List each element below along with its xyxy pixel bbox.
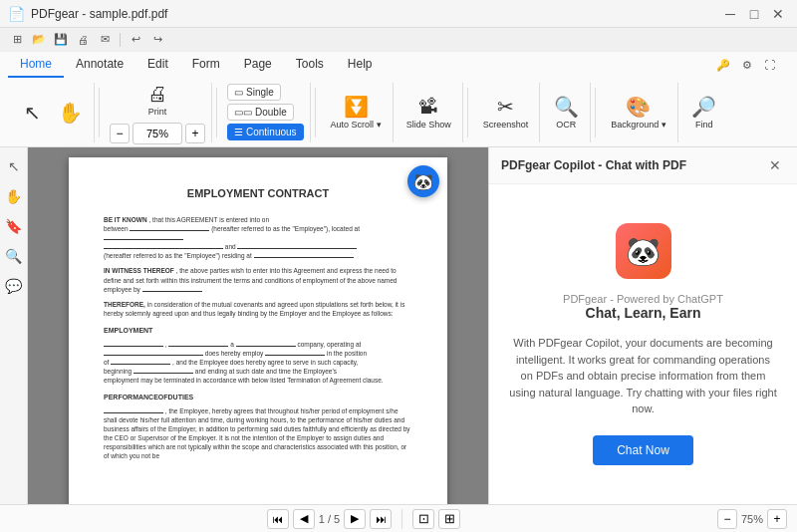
ocr-button[interactable]: 🔍 OCR [548,92,584,133]
hand-tool-button[interactable]: ✋ [52,98,88,128]
print-icon: 🖨 [147,83,167,106]
background-button[interactable]: 🎨 Background ▾ [606,92,671,133]
next-page-button[interactable]: ▶ [344,509,366,529]
zoom-out-button[interactable]: − [717,509,737,529]
single-label: Single [246,87,274,98]
title-bar-controls: ─ □ ✕ [719,3,789,25]
ocr-group: 🔍 OCR [542,83,591,142]
auto-scroll-button[interactable]: ⏬ Auto Scroll ▾ [326,92,387,133]
zoom-in-ribbon-button[interactable]: + [185,124,205,143]
zoom-out-ribbon-button[interactable]: − [110,124,130,143]
ribbon-sep-4 [467,88,468,137]
minimize-button[interactable]: ─ [719,3,741,25]
title-bar-left: 📄 PDFgear - sample.pdf.pdf [8,6,167,22]
save-button[interactable]: 💾 [52,31,70,49]
fullscreen-button[interactable]: ⛶ [758,57,781,73]
sidebar-search-icon[interactable]: 🔍 [3,245,25,267]
selection-row: ↖ ✋ [14,98,88,128]
pdf-performance-paragraph: , the Employee, hereby agrees that throu… [104,406,412,461]
last-page-button[interactable]: ⏭ [370,509,392,529]
tab-home[interactable]: Home [8,52,64,78]
sidebar-cursor-icon[interactable]: ↖ [3,155,25,177]
close-button[interactable]: ✕ [767,3,789,25]
tab-annotate[interactable]: Annotate [64,52,135,78]
home-button[interactable]: ⊞ [8,31,26,49]
print-zoom-group: 🖨 Print − + [104,83,212,142]
copilot-panel-title: PDFgear Copilot - Chat with PDF [501,158,686,172]
print-quick-button[interactable]: 🖨 [74,31,92,49]
copilot-close-button[interactable]: ✕ [765,155,785,175]
zoom-row: − + [110,123,205,144]
pdf-viewer: 🐼 EMPLOYMENT CONTRACT BE IT KNOWN , that… [28,147,488,504]
pdf-witness-paragraph: IN WITNESS THEREOF , the above parties w… [104,266,412,293]
zoom-in-button[interactable]: + [767,509,787,529]
menu-tabs: Home Annotate Edit Form Page Tools Help … [0,52,797,78]
email-button[interactable]: ✉ [96,31,114,49]
slide-show-button[interactable]: 📽 Slide Show [401,93,456,133]
tab-page[interactable]: Page [232,52,284,78]
slide-show-group: 📽 Slide Show [396,83,463,142]
cursor-tool-button[interactable]: ↖ [14,98,50,128]
tab-edit[interactable]: Edit [135,52,180,78]
copilot-header: PDFgear Copilot - Chat with PDF ✕ [489,147,797,184]
double-label: Double [255,107,287,118]
double-icon: ▭▭ [234,107,252,118]
auto-scroll-icon: ⏬ [344,95,369,119]
ribbon-sep-3 [315,88,316,137]
hand-icon: ✋ [58,101,83,125]
copilot-chat-now-button[interactable]: Chat Now [593,435,693,465]
sidebar-hand-icon[interactable]: ✋ [3,185,25,207]
pdf-employment-paragraph: , a company, operating at does hereby em… [104,340,412,385]
background-icon: 🎨 [626,95,651,119]
copilot-brand-text: PDFgear - Powered by ChatGPT [563,293,723,305]
ocr-label: OCR [556,120,576,130]
pdf-scroll-area[interactable]: 🐼 EMPLOYMENT CONTRACT BE IT KNOWN , that… [28,147,488,504]
copilot-panel: PDFgear Copilot - Chat with PDF ✕ 🐼 PDFg… [488,147,797,504]
screenshot-button[interactable]: ✂ Screenshot [478,92,534,133]
double-view-button[interactable]: ▭▭ Double [227,104,294,121]
redo-button[interactable]: ↪ [148,31,166,49]
tab-tools[interactable]: Tools [284,52,336,78]
find-button[interactable]: 🔎 Find [686,92,722,133]
view-mode-buttons: ▭ Single ▭▭ Double ☰ Continuous [227,84,304,140]
prev-page-button[interactable]: ◀ [293,509,315,529]
title-bar: 📄 PDFgear - sample.pdf.pdf ─ □ ✕ [0,0,797,28]
maximize-button[interactable]: □ [743,3,765,25]
continuous-view-button[interactable]: ☰ Continuous [227,124,304,140]
ribbon-sep-5 [595,88,596,137]
pdf-employment-title: EMPLOYMENT [104,326,412,336]
open-button[interactable]: 📂 [30,31,48,49]
tab-help[interactable]: Help [336,52,385,78]
signin-button[interactable]: 🔑 [710,57,736,74]
continuous-label: Continuous [246,127,297,137]
left-sidebar: ↖ ✋ 🔖 🔍 💬 [0,147,28,504]
pdf-body: BE IT KNOWN , that this AGREEMENT is ent… [104,215,412,461]
copilot-description: With PDFgear Copilot, your documents are… [509,335,777,417]
print-button[interactable]: 🖨 Print [139,80,175,120]
nav-sep [401,509,402,529]
quick-access-toolbar: ⊞ 📂 💾 🖨 ✉ ↩ ↪ [0,28,797,52]
first-page-button[interactable]: ⏮ [267,509,289,529]
zoom-controls: − 75% + [717,509,787,529]
sidebar-bookmark-icon[interactable]: 🔖 [3,215,25,237]
ribbon-sep-1 [99,88,100,137]
screenshot-group: ✂ Screenshot [472,83,541,142]
zoom-input[interactable] [133,123,182,144]
single-view-button[interactable]: ▭ Single [227,84,281,101]
fit-width-button[interactable]: ⊞ [438,509,460,529]
screenshot-label: Screenshot [483,120,529,130]
tab-form[interactable]: Form [180,52,232,78]
sidebar-comment-icon[interactable]: 💬 [3,275,25,297]
settings-button[interactable]: ⚙ [736,57,758,74]
ribbon: ↖ ✋ 🖨 Print − + ▭ Single [0,78,797,147]
pdf-performance-title: PERFORMANCEOFDUTIES [104,393,412,402]
selection-group: ↖ ✋ [8,83,95,142]
undo-button[interactable]: ↩ [127,31,144,49]
find-label: Find [695,120,713,130]
auto-scroll-group: ⏬ Auto Scroll ▾ [320,83,394,142]
pdf-page-title: EMPLOYMENT CONTRACT [104,187,412,199]
fit-page-button[interactable]: ⊡ [412,509,434,529]
copilot-fab-button[interactable]: 🐼 [407,165,439,197]
print-row: 🖨 Print [139,80,175,120]
pdf-page: 🐼 EMPLOYMENT CONTRACT BE IT KNOWN , that… [69,157,447,504]
